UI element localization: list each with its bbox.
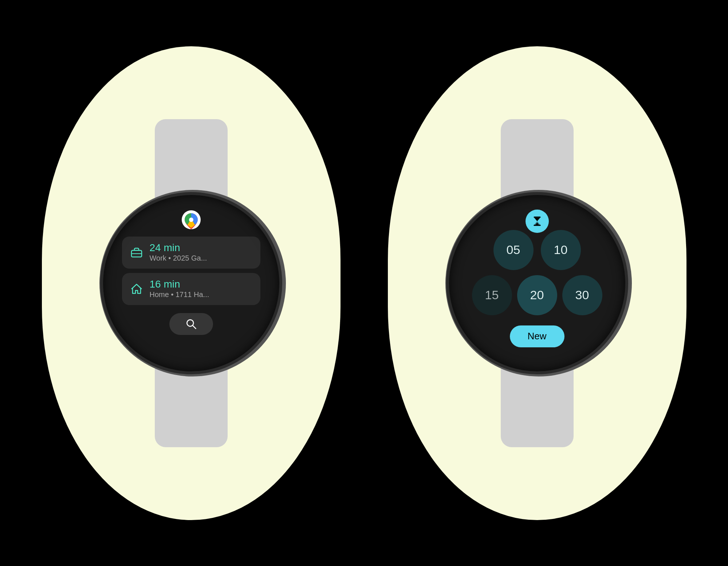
timer-btn-30[interactable]: 30 <box>562 275 602 315</box>
crown-maps <box>281 262 282 280</box>
watch-case-timer: 05 10 15 <box>446 192 628 374</box>
home-subtitle: Home • 1711 Ha... <box>150 290 209 299</box>
svg-line-6 <box>192 325 196 328</box>
watch-unit-maps: 24 min Work • 2025 Ga... <box>18 28 364 538</box>
svg-rect-7 <box>534 216 540 218</box>
crown-small-timer <box>627 292 628 303</box>
svg-rect-8 <box>534 225 540 226</box>
timer-btn-20[interactable]: 20 <box>517 275 557 315</box>
watch-unit-timer: 05 10 15 <box>364 28 710 538</box>
timer-row-2: 15 20 30 <box>472 275 602 315</box>
new-timer-button[interactable]: New <box>510 325 564 347</box>
work-nav-item[interactable]: 24 min Work • 2025 Ga... <box>122 237 260 269</box>
home-time: 16 min <box>150 279 209 290</box>
maps-screen: 24 min Work • 2025 Ga... <box>103 195 279 371</box>
crown-small-maps <box>281 292 282 303</box>
timer-screen: 05 10 15 <box>449 195 625 371</box>
home-nav-item[interactable]: 16 min Home • 1711 Ha... <box>122 273 260 305</box>
hourglass-icon <box>531 215 543 227</box>
maps-logo-svg <box>181 210 201 230</box>
timer-btn-15[interactable]: 15 <box>472 275 512 315</box>
work-time: 24 min <box>150 242 207 254</box>
maps-logo <box>181 210 201 230</box>
home-nav-text: 16 min Home • 1711 Ha... <box>150 279 209 299</box>
search-button[interactable] <box>169 313 213 335</box>
watches-container: 24 min Work • 2025 Ga... <box>0 0 728 566</box>
svg-point-1 <box>189 218 193 222</box>
timer-row-3: New <box>510 320 564 347</box>
timer-btn-05[interactable]: 05 <box>493 230 534 270</box>
band-top-timer <box>501 119 574 199</box>
crown-timer <box>627 262 628 280</box>
search-icon <box>185 317 198 331</box>
band-bottom-timer <box>501 367 574 447</box>
home-icon <box>129 282 144 296</box>
work-nav-text: 24 min Work • 2025 Ga... <box>150 242 207 263</box>
hourglass-icon-container <box>526 210 549 233</box>
watch-maps: 24 min Work • 2025 Ga... <box>100 192 282 374</box>
scene: 24 min Work • 2025 Ga... <box>0 0 728 566</box>
watch-timer: 05 10 15 <box>446 192 628 374</box>
band-top-maps <box>155 119 228 199</box>
timer-row-1: 05 10 <box>493 230 581 270</box>
briefcase-icon <box>129 245 144 260</box>
work-subtitle: Work • 2025 Ga... <box>150 254 207 262</box>
watch-case-maps: 24 min Work • 2025 Ga... <box>100 192 282 374</box>
band-bottom-maps <box>155 367 228 447</box>
timer-btn-10[interactable]: 10 <box>541 230 581 270</box>
